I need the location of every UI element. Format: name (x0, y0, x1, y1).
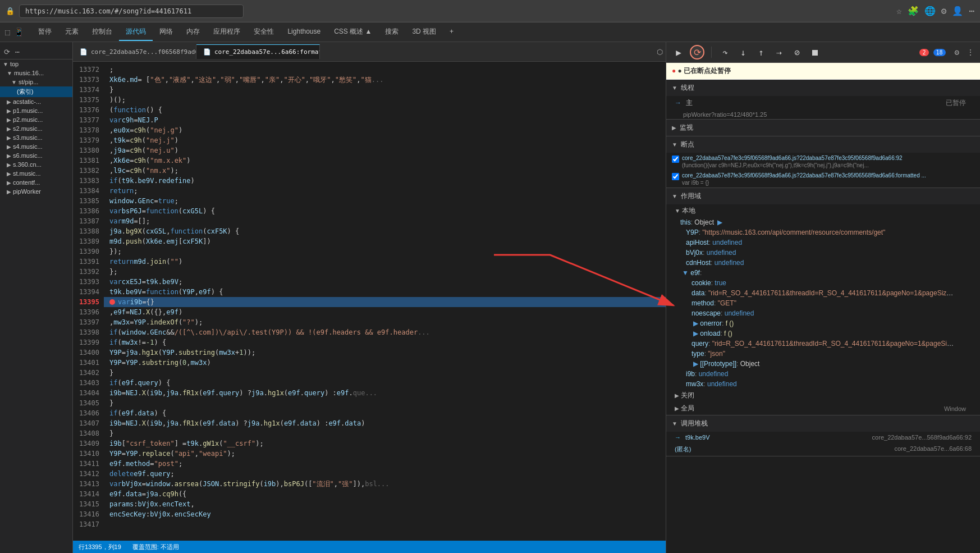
editor-tab-formatted[interactable]: 📄 core_22dabaa57e...6a66:formatted ✕ (196, 44, 320, 59)
tab-memory[interactable]: 内存 (180, 24, 207, 41)
tab-sources[interactable]: 源代码 (119, 24, 153, 41)
step-over-btn[interactable]: ↷ (718, 45, 732, 59)
pause-btn[interactable]: ⟳ (690, 45, 704, 60)
debug-more-icon[interactable]: ⋮ (967, 48, 974, 57)
tree-item-index[interactable]: (索引) (0, 86, 72, 97)
scope-key: i9b (686, 370, 695, 378)
tree-item-p1[interactable]: ▶ p1.music... (0, 106, 72, 115)
tree-item-acstatic[interactable]: ▶ acstatic-... (0, 97, 72, 106)
code-line: encSecKey: bVj0x.encSecKey (104, 509, 666, 519)
line-numbers: 13372 13373 13374 13375 13376 13377 1337… (73, 62, 104, 541)
editor-tab-minified[interactable]: 📄 core_22dabaa57e...f06568f9ad6a66 (73, 45, 196, 59)
sync-icon[interactable]: 🌐 (924, 6, 936, 16)
sync-btn[interactable]: ⟳ (3, 47, 11, 57)
tab-label: core_22dabaa57e...6a66:formatted (214, 48, 320, 56)
tab-3d-view[interactable]: 3D 视图 (405, 24, 443, 41)
debug-settings-icon[interactable]: ⚙ (955, 48, 959, 57)
tab-pause[interactable]: 暂停 (31, 24, 58, 41)
tree-item-pipworker[interactable]: ▶ pipWorker (0, 187, 72, 196)
tree-item-contentf[interactable]: ▶ contentf... (0, 178, 72, 187)
thread-main[interactable]: → 主 已暂停 (666, 96, 980, 110)
tree-item-stpip[interactable]: ▼ st/pip... (0, 77, 72, 86)
tree-item-s4[interactable]: ▶ s4.music... (0, 142, 72, 151)
expand-icon[interactable]: ▶ (693, 330, 698, 337)
more-icon[interactable]: ⋯ (969, 6, 974, 16)
bookmark-star-icon[interactable]: ☆ (896, 6, 902, 16)
lock-icon: 🔒 (6, 7, 15, 15)
arrow-icon: ▼ (7, 70, 12, 76)
tree-label: pipWorker (13, 188, 41, 195)
tab-security[interactable]: 安全性 (247, 24, 281, 41)
tab-css-overview[interactable]: CSS 概述 ▲ (327, 24, 378, 41)
thread-section-header[interactable]: ▼ 线程 (666, 80, 980, 96)
tab-console[interactable]: 控制台 (85, 24, 119, 41)
closure-scope-header[interactable]: ▶ 关闭 (666, 389, 980, 402)
device-icon[interactable]: 📱 (12, 25, 26, 39)
coverage-status: 覆盖范围: 不适用 (132, 543, 179, 551)
tab-elements[interactable]: 元素 (58, 24, 85, 41)
tree-item-s6[interactable]: ▶ s6.music... (0, 151, 72, 160)
tab-add[interactable]: + (443, 24, 460, 40)
tree-item-s3[interactable]: ▶ s3.music... (0, 133, 72, 142)
global-scope-header[interactable]: ▶ 全局 Window (666, 402, 980, 415)
tree-item-s2[interactable]: ▶ s2.music... (0, 124, 72, 133)
callstack-item-2[interactable]: (匿名) core_22dabaa57e...6a66:68 (666, 443, 980, 456)
callstack-item-1[interactable]: → t9k.be9V core_22dabaa57e...568f9ad6a66… (666, 432, 980, 443)
callstack-name: (匿名) (675, 446, 691, 453)
watch-section-header[interactable]: ▶ 监视 (666, 120, 980, 136)
tree-item-360[interactable]: ▶ s.360.cn... (0, 160, 72, 169)
scope-section-header[interactable]: ▼ 作用域 (666, 188, 980, 204)
dont-pause-btn[interactable]: ⏹ (808, 45, 822, 59)
tree-item-top[interactable]: ▼ top (0, 60, 72, 68)
extensions-icon[interactable]: 🧩 (908, 6, 919, 16)
breakpoint-text-1: core_22dabaa57ea7fe3c95f06568f9ad6a66.js… (682, 154, 903, 162)
step-long-btn[interactable]: ⇢ (772, 45, 786, 59)
debugger-panel: ▶ ⟳ ↷ ↓ ↑ ⇢ ⊘ ⏹ 2 18 ⚙ ⋮ ● ● 已在断点处暂停 ▼ 线… (666, 42, 980, 553)
step-out-btn[interactable]: ↑ (754, 45, 768, 59)
user-icon[interactable]: 👤 (952, 6, 963, 16)
code-line: if (t9k.be9V.redefine) (104, 176, 666, 186)
collapse-icon: ▶ (675, 392, 679, 399)
code-line: Y9P = Y9P.substring(0, mw3x) (104, 358, 666, 368)
inspect-icon[interactable]: ⬚ (3, 25, 12, 39)
tab-application[interactable]: 应用程序 (207, 24, 247, 41)
breakpoints-section-header[interactable]: ▼ 断点 (666, 136, 980, 153)
more-btn[interactable]: ⋯ (14, 47, 21, 57)
open-new-icon[interactable]: ⬡ (657, 48, 663, 56)
expand-icon[interactable]: ▶ (717, 218, 722, 226)
scope-key: mw3x (686, 380, 703, 388)
callstack-location: core_22dabaa57e...6a66:68 (894, 445, 972, 454)
code-content[interactable]: ; Xk6e.md = ["色", "液感", "这边", "弱", "嘴唇",… (104, 62, 666, 541)
resume-btn[interactable]: ▶ (672, 45, 685, 59)
callstack-section-header[interactable]: ▼ 调用堆栈 (666, 415, 980, 432)
scope-key: apiHost (686, 239, 709, 246)
code-container: 13372 13373 13374 13375 13376 13377 1337… (73, 62, 666, 541)
address-bar[interactable]: https://music.163.com/#/song?id=44161761… (19, 4, 244, 18)
arrow-icon: ▶ (7, 135, 11, 141)
code-line: Y9P = j9a.hg1x(Y9P.substring(mw3x + 1)); (104, 348, 666, 358)
expand-icon[interactable]: ▼ (682, 269, 689, 277)
tree-label: acstatic-... (13, 98, 41, 105)
cursor-position: 行13395，列19 (79, 543, 121, 551)
tab-network[interactable]: 网络 (153, 24, 180, 41)
local-scope-header[interactable]: ▼ 本地 (666, 204, 980, 217)
breakpoint-checkbox-2[interactable] (672, 173, 679, 180)
expand-icon[interactable]: ▶ (693, 319, 698, 327)
scope-key: data (692, 289, 704, 297)
tree-item-music163[interactable]: ▼ music.16... (0, 68, 72, 77)
breakpoint-item-2: core_22dabaa57e87fe3c95f06568f9ad6a66.js… (666, 170, 980, 188)
code-line: i9b["csrf_token"] = t9k.gW1x("__csrf"); (104, 438, 666, 449)
tree-item-stmusic[interactable]: ▶ st.music... (0, 169, 72, 178)
scope-i9b: i9b: undefined (666, 369, 980, 379)
expand-icon[interactable]: ▶ (693, 360, 698, 368)
tree-item-p2[interactable]: ▶ p2.music... (0, 115, 72, 124)
step-into-btn[interactable]: ↓ (736, 45, 750, 59)
tree-label: st/pip... (19, 79, 38, 85)
thread-section: ▼ 线程 → 主 已暂停 pipWorker?ratio=412/480*1.2… (666, 80, 980, 120)
tab-lighthouse[interactable]: Lighthouse (281, 24, 327, 40)
breakpoint-checkbox-1[interactable] (672, 156, 679, 163)
tab-search[interactable]: 搜索 (378, 24, 405, 41)
settings-icon[interactable]: ⚙ (941, 6, 947, 16)
tab-icon: 📄 (203, 48, 211, 56)
deactivate-breakpoints-btn[interactable]: ⊘ (790, 45, 804, 59)
